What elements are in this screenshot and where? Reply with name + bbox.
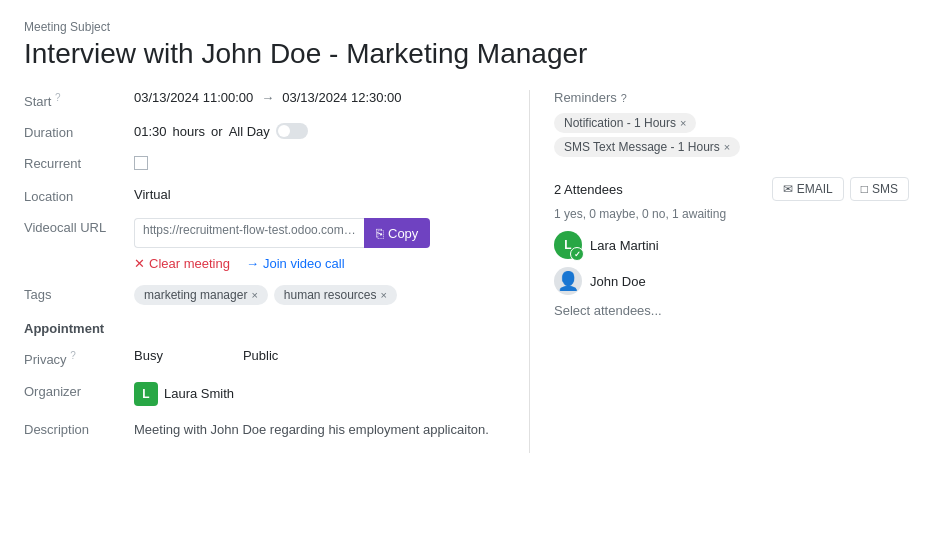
organizer-field: Organizer L Laura Smith bbox=[24, 382, 499, 406]
duration-field: Duration 01:30 hours or All Day bbox=[24, 123, 499, 140]
tags-list: marketing manager × human resources × bbox=[134, 285, 499, 305]
reminders-section: Reminders ? Notification - 1 Hours × SMS… bbox=[554, 90, 909, 161]
attendee-john: 👤 John Doe bbox=[554, 267, 909, 295]
attendee-lara-avatar: L bbox=[554, 231, 582, 259]
privacy-field: Privacy ? Busy Public bbox=[24, 348, 499, 367]
attendees-header: 2 Attendees ✉ EMAIL □ SMS bbox=[554, 177, 909, 201]
attendee-lara: L Lara Martini bbox=[554, 231, 909, 259]
privacy-visibility[interactable]: Public bbox=[243, 348, 278, 363]
location-label: Location bbox=[24, 187, 134, 204]
attendee-john-avatar: 👤 bbox=[554, 267, 582, 295]
meeting-subject-label: Meeting Subject bbox=[24, 20, 909, 34]
videocall-url-input[interactable]: https://recruitment-flow-test.odoo.com/c… bbox=[134, 218, 364, 248]
email-label: EMAIL bbox=[797, 182, 833, 196]
start-to[interactable]: 03/13/2024 12:30:00 bbox=[282, 90, 401, 105]
duration-value[interactable]: 01:30 bbox=[134, 124, 167, 139]
attendee-lara-name: Lara Martini bbox=[590, 238, 659, 253]
recurrent-label: Recurrent bbox=[24, 154, 134, 171]
organizer-name[interactable]: Laura Smith bbox=[164, 386, 234, 401]
reminder-notification-remove[interactable]: × bbox=[680, 117, 686, 129]
rsvp-status: 1 yes, 0 maybe, 0 no, 1 awaiting bbox=[554, 207, 909, 221]
tag-marketing-remove[interactable]: × bbox=[251, 289, 257, 301]
tags-label: Tags bbox=[24, 285, 134, 302]
copy-icon: ⎘ bbox=[376, 226, 384, 241]
attendee-john-name: John Doe bbox=[590, 274, 646, 289]
appointment-section: Appointment bbox=[24, 321, 499, 336]
location-value[interactable]: Virtual bbox=[134, 187, 171, 202]
reminders-list: Notification - 1 Hours × SMS Text Messag… bbox=[554, 113, 909, 161]
hours-label: hours bbox=[173, 124, 206, 139]
tag-humanresources-remove[interactable]: × bbox=[381, 289, 387, 301]
sms-label: SMS bbox=[872, 182, 898, 196]
start-field: Start ? 03/13/2024 11:00:00 → 03/13/2024… bbox=[24, 90, 499, 109]
videocall-field: Videocall URL https://recruitment-flow-t… bbox=[24, 218, 499, 271]
attendees-count: 2 Attendees bbox=[554, 182, 623, 197]
or-label: or bbox=[211, 124, 223, 139]
allday-toggle[interactable] bbox=[276, 123, 308, 139]
tags-field: Tags marketing manager × human resources… bbox=[24, 285, 499, 305]
start-from[interactable]: 03/13/2024 11:00:00 bbox=[134, 90, 253, 105]
email-icon: ✉ bbox=[783, 182, 793, 196]
clear-icon: ✕ bbox=[134, 256, 145, 271]
copy-label: Copy bbox=[388, 226, 418, 241]
start-arrow: → bbox=[261, 90, 274, 105]
tag-human-resources: human resources × bbox=[274, 285, 397, 305]
recurrent-checkbox[interactable] bbox=[134, 156, 148, 170]
reminder-sms-remove[interactable]: × bbox=[724, 141, 730, 153]
clear-meeting-link[interactable]: ✕ Clear meeting bbox=[134, 256, 230, 271]
recurrent-field: Recurrent bbox=[24, 154, 499, 173]
allday-label: All Day bbox=[229, 124, 270, 139]
email-button[interactable]: ✉ EMAIL bbox=[772, 177, 844, 201]
reminders-label: Reminders ? bbox=[554, 90, 909, 105]
privacy-label: Privacy ? bbox=[24, 348, 134, 367]
duration-label: Duration bbox=[24, 123, 134, 140]
reminder-notification: Notification - 1 Hours × bbox=[554, 113, 696, 133]
start-label: Start ? bbox=[24, 90, 134, 109]
join-arrow-icon: → bbox=[246, 256, 259, 271]
privacy-value[interactable]: Busy bbox=[134, 348, 163, 363]
select-attendees-input[interactable]: Select attendees... bbox=[554, 303, 909, 318]
clear-meeting-label: Clear meeting bbox=[149, 256, 230, 271]
sms-button[interactable]: □ SMS bbox=[850, 177, 909, 201]
join-video-label: Join video call bbox=[263, 256, 345, 271]
description-label: Description bbox=[24, 420, 134, 437]
tag-marketing-manager: marketing manager × bbox=[134, 285, 268, 305]
meeting-title: Interview with John Doe - Marketing Mana… bbox=[24, 38, 909, 70]
location-field: Location Virtual bbox=[24, 187, 499, 204]
attendee-actions: ✉ EMAIL □ SMS bbox=[772, 177, 909, 201]
organizer-avatar: L bbox=[134, 382, 158, 406]
description-field: Description Meeting with John Doe regard… bbox=[24, 420, 499, 440]
description-text[interactable]: Meeting with John Doe regarding his empl… bbox=[134, 420, 499, 440]
join-video-link[interactable]: → Join video call bbox=[246, 256, 345, 271]
sms-icon: □ bbox=[861, 182, 868, 196]
organizer-label: Organizer bbox=[24, 382, 134, 399]
copy-button[interactable]: ⎘ Copy bbox=[364, 218, 430, 248]
reminder-sms: SMS Text Message - 1 Hours × bbox=[554, 137, 740, 157]
videocall-label: Videocall URL bbox=[24, 218, 134, 235]
